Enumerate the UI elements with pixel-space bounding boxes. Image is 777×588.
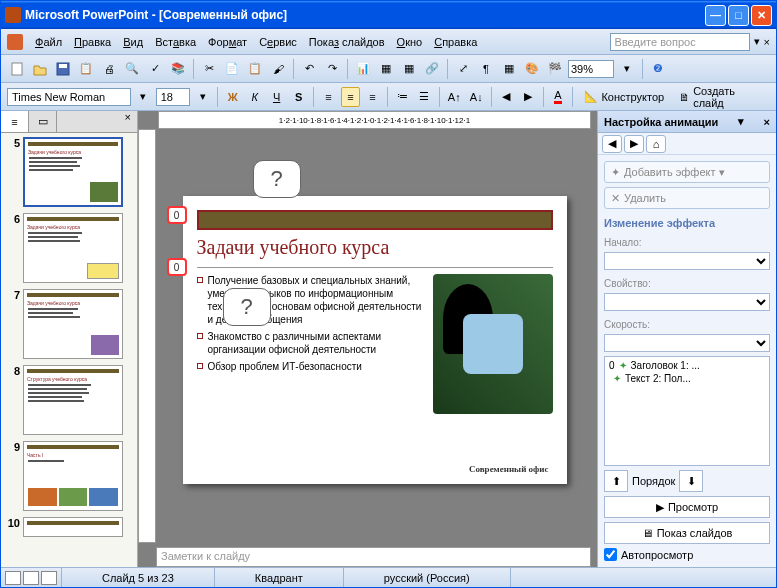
nav-forward-icon[interactable]: ▶	[624, 135, 644, 153]
zoom-dropdown[interactable]: ▾	[617, 59, 637, 79]
animation-marker-title[interactable]: 0	[167, 206, 187, 224]
bold-icon[interactable]: Ж	[223, 87, 242, 107]
start-select[interactable]	[604, 252, 770, 270]
thumbs-list[interactable]: 5Задачи учебного курса 6Задачи учебного …	[1, 133, 137, 567]
flag-icon[interactable]: 🏁	[545, 59, 565, 79]
slides-tab[interactable]: ▭	[29, 111, 57, 132]
underline-icon[interactable]: Ч	[267, 87, 286, 107]
slide-thumb-6[interactable]: Задачи учебного курса	[23, 213, 123, 283]
slide-canvas[interactable]: Задачи учебного курса Получение базовых …	[183, 196, 567, 484]
menu-slideshow[interactable]: Показ слайдов	[303, 34, 391, 50]
font-color-icon[interactable]: A	[549, 87, 568, 107]
doc-close-button[interactable]: ×	[764, 36, 770, 48]
font-dropdown[interactable]: ▾	[134, 87, 153, 107]
print-icon[interactable]: 🖨	[99, 59, 119, 79]
hyperlink-icon[interactable]: 🔗	[422, 59, 442, 79]
undo-icon[interactable]: ↶	[299, 59, 319, 79]
increase-indent-icon[interactable]: ▶	[519, 87, 538, 107]
add-effect-button[interactable]: ✦ Добавить эффект ▾	[604, 161, 770, 183]
font-name-select[interactable]: Times New Roman	[7, 88, 131, 106]
menu-view[interactable]: Вид	[117, 34, 149, 50]
help-question-input[interactable]: Введите вопрос	[610, 33, 750, 51]
redo-icon[interactable]: ↷	[322, 59, 342, 79]
decrease-indent-icon[interactable]: ◀	[497, 87, 516, 107]
help-icon[interactable]: ❷	[648, 59, 668, 79]
color-icon[interactable]: 🎨	[522, 59, 542, 79]
decrease-font-icon[interactable]: A↓	[467, 87, 486, 107]
tables-borders-icon[interactable]: ▦	[399, 59, 419, 79]
outline-tab[interactable]: ≡	[1, 111, 29, 132]
maximize-button[interactable]: □	[728, 5, 749, 26]
sorter-view-button[interactable]	[23, 571, 39, 585]
slide-thumb-9[interactable]: Часть I	[23, 441, 123, 511]
panel-close[interactable]: ×	[119, 111, 137, 132]
expand-icon[interactable]: ⤢	[453, 59, 473, 79]
open-icon[interactable]	[30, 59, 50, 79]
close-button[interactable]: ✕	[751, 5, 772, 26]
effect-item[interactable]: 0✦Заголовок 1: ...	[607, 359, 767, 372]
italic-icon[interactable]: К	[245, 87, 264, 107]
size-dropdown[interactable]: ▾	[193, 87, 212, 107]
menu-help[interactable]: Справка	[428, 34, 483, 50]
chart-icon[interactable]: 📊	[353, 59, 373, 79]
notes-pane[interactable]: Заметки к слайду	[156, 547, 591, 567]
menu-file[interactable]: Файл	[29, 34, 68, 50]
increase-font-icon[interactable]: A↑	[445, 87, 464, 107]
grid-icon[interactable]: ▦	[499, 59, 519, 79]
taskpane-close[interactable]: ×	[764, 116, 770, 128]
designer-button[interactable]: 📐Конструктор	[578, 87, 670, 107]
align-right-icon[interactable]: ≡	[363, 87, 382, 107]
normal-view-button[interactable]	[5, 571, 21, 585]
vertical-ruler[interactable]	[138, 129, 156, 543]
cut-icon[interactable]: ✂	[199, 59, 219, 79]
autopreview-checkbox[interactable]: Автопросмотр	[604, 548, 770, 561]
zoom-select[interactable]: 39%	[568, 60, 614, 78]
slideshow-button[interactable]: 🖥 Показ слайдов	[604, 522, 770, 544]
show-formatting-icon[interactable]: ¶	[476, 59, 496, 79]
menu-tools[interactable]: Сервис	[253, 34, 303, 50]
spell-icon[interactable]: ✓	[145, 59, 165, 79]
order-down-button[interactable]: ⬇	[679, 470, 703, 492]
font-size-select[interactable]: 18	[156, 88, 191, 106]
permission-icon[interactable]: 📋	[76, 59, 96, 79]
animation-marker-body[interactable]: 0	[167, 258, 187, 276]
effect-item[interactable]: ✦Текст 2: Пол...	[607, 372, 767, 385]
shadow-icon[interactable]: S	[289, 87, 308, 107]
slide-thumb-8[interactable]: Структура учебного курса	[23, 365, 123, 435]
research-icon[interactable]: 📚	[168, 59, 188, 79]
menu-insert[interactable]: Вставка	[149, 34, 202, 50]
slide-title[interactable]: Задачи учебного курса	[197, 236, 553, 259]
table-icon[interactable]: ▦	[376, 59, 396, 79]
clipart-image[interactable]	[433, 274, 553, 414]
slide-thumb-7[interactable]: Задачи учебного курса	[23, 289, 123, 359]
speed-select[interactable]	[604, 334, 770, 352]
nav-back-icon[interactable]: ◀	[602, 135, 622, 153]
format-painter-icon[interactable]: 🖌	[268, 59, 288, 79]
save-icon[interactable]	[53, 59, 73, 79]
paste-icon[interactable]: 📋	[245, 59, 265, 79]
remove-effect-button[interactable]: ✕ Удалить	[604, 187, 770, 209]
menu-edit[interactable]: Правка	[68, 34, 117, 50]
preview-button[interactable]: ▶ Просмотр	[604, 496, 770, 518]
new-icon[interactable]	[7, 59, 27, 79]
property-select[interactable]	[604, 293, 770, 311]
order-up-button[interactable]: ⬆	[604, 470, 628, 492]
effects-list[interactable]: 0✦Заголовок 1: ... ✦Текст 2: Пол...	[604, 356, 770, 466]
slideshow-view-button[interactable]	[41, 571, 57, 585]
preview-icon[interactable]: 🔍	[122, 59, 142, 79]
taskpane-dropdown[interactable]: ▾	[738, 115, 744, 128]
menu-format[interactable]: Формат	[202, 34, 253, 50]
bullets-icon[interactable]: ☰	[415, 87, 434, 107]
align-center-icon[interactable]: ≡	[341, 87, 360, 107]
align-left-icon[interactable]: ≡	[319, 87, 338, 107]
copy-icon[interactable]: 📄	[222, 59, 242, 79]
horizontal-ruler[interactable]: 1·2·1·10·1·8·1·6·1·4·1·2·1·0·1·2·1·4·1·6…	[158, 111, 591, 129]
nav-home-icon[interactable]: ⌂	[646, 135, 666, 153]
slide-area[interactable]: ? 0 0 ? Задачи учебного курса Получение …	[164, 141, 585, 539]
numbering-icon[interactable]: ≔	[393, 87, 412, 107]
minimize-button[interactable]: —	[705, 5, 726, 26]
menu-dropdown[interactable]: ▾	[754, 35, 760, 48]
slide-thumb-10[interactable]	[23, 517, 123, 537]
menu-window[interactable]: Окно	[391, 34, 429, 50]
new-slide-button[interactable]: 🗎Создать слайд	[673, 87, 770, 107]
